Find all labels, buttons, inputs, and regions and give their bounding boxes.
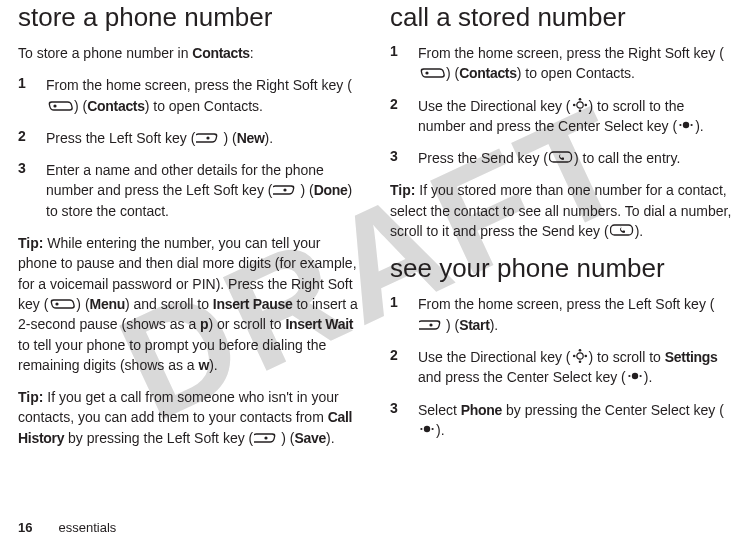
step: 3Press the Send key () to call the entry… (390, 148, 734, 168)
heading-see: see your phone number (390, 253, 734, 284)
left-soft-key-icon (419, 316, 445, 332)
step-text: Press the Send key () to call the entry. (418, 148, 734, 168)
heading-store: store a phone number (18, 2, 362, 33)
step-number: 3 (18, 160, 32, 221)
center-select-icon (678, 117, 694, 133)
step-number: 1 (390, 43, 404, 84)
left-soft-key-icon (196, 129, 222, 145)
step-text: From the home screen, press the Right So… (418, 43, 734, 84)
steps-see: 1From the home screen, press the Left So… (390, 294, 734, 440)
left-column: store a phone number To store a phone nu… (18, 0, 362, 460)
section-name: essentials (58, 520, 116, 535)
step: 2Use the Directional key () to scroll to… (390, 347, 734, 388)
step-text: Press the Left Soft key () (New). (46, 128, 362, 148)
right-soft-key-icon (47, 97, 73, 113)
step: 1From the home screen, press the Right S… (18, 75, 362, 116)
step-text: Select Phone by pressing the Center Sele… (418, 400, 734, 441)
step: 2Use the Directional key () to scroll to… (390, 96, 734, 137)
page-footer: 16essentials (18, 520, 116, 535)
center-select-icon (627, 368, 643, 384)
center-select-icon (419, 421, 435, 437)
send-key-icon (610, 222, 634, 238)
step-text: Use the Directional key () to scroll to … (418, 96, 734, 137)
right-soft-key-icon (419, 64, 445, 80)
step-text: From the home screen, press the Right So… (46, 75, 362, 116)
tip-label: Tip: (18, 389, 43, 405)
directional-key-icon (572, 348, 588, 364)
step-number: 2 (18, 128, 32, 148)
right-soft-key-icon (49, 295, 75, 311)
tip-store-2: Tip: If you get a call from someone who … (18, 387, 362, 448)
tip-label: Tip: (18, 235, 43, 251)
right-column: call a stored number 1From the home scre… (390, 0, 734, 460)
step: 1From the home screen, press the Left So… (390, 294, 734, 335)
page-number: 16 (18, 520, 32, 535)
step: 1From the home screen, press the Right S… (390, 43, 734, 84)
step-text: From the home screen, press the Left Sof… (418, 294, 734, 335)
step: 3Enter a name and other details for the … (18, 160, 362, 221)
left-soft-key-icon (273, 181, 299, 197)
steps-call: 1From the home screen, press the Right S… (390, 43, 734, 168)
step-text: Enter a name and other details for the p… (46, 160, 362, 221)
step-number: 3 (390, 400, 404, 441)
left-soft-key-icon (254, 429, 280, 445)
intro-store: To store a phone number in Contacts: (18, 43, 362, 63)
heading-call: call a stored number (390, 2, 734, 33)
step-number: 1 (390, 294, 404, 335)
step-number: 2 (390, 96, 404, 137)
step: 2Press the Left Soft key () (New). (18, 128, 362, 148)
step-text: Use the Directional key () to scroll to … (418, 347, 734, 388)
steps-store: 1From the home screen, press the Right S… (18, 75, 362, 221)
step-number: 1 (18, 75, 32, 116)
tip-call: Tip: If you stored more than one number … (390, 180, 734, 241)
directional-key-icon (572, 97, 588, 113)
page-content: store a phone number To store a phone nu… (0, 0, 752, 460)
send-key-icon (549, 149, 573, 165)
tip-label: Tip: (390, 182, 415, 198)
step: 3Select Phone by pressing the Center Sel… (390, 400, 734, 441)
tip-store-1: Tip: While entering the number, you can … (18, 233, 362, 375)
step-number: 3 (390, 148, 404, 168)
step-number: 2 (390, 347, 404, 388)
